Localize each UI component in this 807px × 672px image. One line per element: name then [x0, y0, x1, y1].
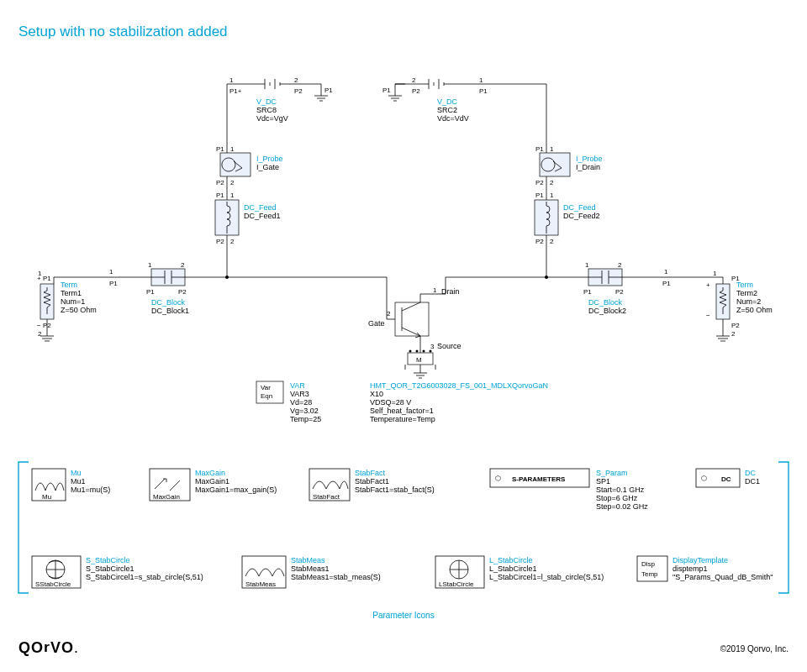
svg-text:DC_Block1: DC_Block1	[151, 307, 189, 315]
svg-text:LStabCircle: LStabCircle	[439, 580, 474, 588]
svg-text:S_StabCircle1: S_StabCircle1	[86, 564, 134, 573]
svg-text:2: 2	[38, 330, 42, 338]
svg-text:1: 1	[585, 261, 589, 269]
svg-text:DC1: DC1	[745, 477, 760, 486]
icon-lstab: LStabCircle L_StabCircle L_StabCircle1 L…	[434, 554, 627, 596]
svg-text:Mu1: Mu1	[71, 477, 86, 486]
svg-text:StabFact: StabFact	[355, 469, 386, 477]
svg-text:2: 2	[550, 179, 554, 186]
icon-maxgain: MaxGain MaxGain MaxGain1 MaxGain1=max_ga…	[148, 467, 308, 509]
svg-text:SRC8: SRC8	[256, 106, 277, 114]
i-probe-left: P11 I_Probe I_Gate	[216, 145, 283, 176]
svg-text:L_StabCircle: L_StabCircle	[489, 556, 533, 564]
svg-text:M: M	[416, 356, 422, 364]
svg-text:1: 1	[479, 76, 483, 84]
svg-rect-84	[395, 302, 429, 336]
svg-text:Num=1: Num=1	[61, 297, 85, 306]
svg-text:P1: P1	[662, 280, 671, 287]
svg-text:DC_Feed1: DC_Feed1	[244, 212, 281, 220]
svg-text:VDSQ=28 V: VDSQ=28 V	[370, 398, 411, 407]
term-left: + P1 − P2 1 2 Term Term1 Num=1 Z=50 Ohm	[37, 270, 97, 341]
svg-text:Temp=25: Temp=25	[290, 415, 321, 423]
svg-text:DC_Block2: DC_Block2	[588, 307, 626, 315]
svg-text:Vdc=VgV: Vdc=VgV	[256, 114, 288, 123]
svg-text:StabFact1=stab_fact(S): StabFact1=stab_fact(S)	[355, 486, 435, 494]
svg-text:Step=0.02 GHz: Step=0.02 GHz	[596, 502, 648, 511]
svg-text:⬡: ⬡	[495, 475, 501, 482]
svg-text:3: 3	[430, 343, 435, 350]
svg-text:MaxGain1: MaxGain1	[195, 477, 229, 486]
svg-text:1: 1	[230, 145, 235, 153]
svg-text:P2: P2	[731, 322, 740, 329]
svg-text:P1: P1	[583, 288, 592, 296]
svg-text:1: 1	[664, 268, 668, 276]
svg-text:DC_Feed2: DC_Feed2	[563, 212, 600, 220]
svg-text:Term: Term	[61, 281, 77, 289]
svg-text:StabMeas1: StabMeas1	[291, 564, 330, 573]
svg-text:−: −	[706, 312, 710, 319]
svg-text:S_StabCircel1=s_stab_circle(S,: S_StabCircel1=s_stab_circle(S,51)	[86, 573, 203, 581]
svg-text:2: 2	[412, 76, 416, 84]
svg-text:VAR: VAR	[290, 381, 305, 390]
svg-text:1: 1	[713, 270, 717, 277]
svg-text:2: 2	[618, 261, 622, 269]
svg-text:Z=50 Ohm: Z=50 Ohm	[736, 306, 773, 314]
svg-text:Num=2: Num=2	[736, 297, 761, 306]
svg-text:StabMeas: StabMeas	[245, 580, 276, 588]
svg-text:Source: Source	[437, 342, 462, 350]
svg-text:I_Drain: I_Drain	[576, 163, 600, 171]
svg-text:Gate: Gate	[368, 319, 385, 328]
bracket-left	[17, 460, 30, 595]
svg-text:Vd=28: Vd=28	[290, 398, 312, 407]
svg-text:V_DC: V_DC	[256, 97, 277, 106]
svg-text:P1: P1	[535, 145, 544, 153]
svg-text:DisplayTemplate: DisplayTemplate	[672, 556, 728, 564]
svg-text:StabMeas1=stab_meas(S): StabMeas1=stab_meas(S)	[291, 573, 381, 581]
svg-text:P1: P1	[479, 87, 488, 95]
svg-text:1: 1	[148, 261, 152, 269]
svg-text:Term2: Term2	[736, 289, 757, 297]
svg-text:Vg=3.02: Vg=3.02	[290, 407, 319, 415]
dc-block-left: 12 P1P2 DC_Block DC_Block1	[146, 261, 189, 315]
svg-text:MaxGain: MaxGain	[153, 493, 180, 501]
svg-point-95	[423, 350, 425, 353]
svg-text:StabFact1: StabFact1	[355, 477, 389, 486]
i-probe-right: P11 I_Probe I_Drain	[535, 145, 603, 176]
svg-text:Term1: Term1	[61, 289, 82, 297]
svg-text:2: 2	[731, 330, 736, 338]
svg-point-94	[416, 350, 419, 353]
svg-text:P1: P1	[146, 288, 155, 296]
svg-text:P1: P1	[216, 145, 224, 153]
icon-dc: ⬡ DC DC DC1	[694, 467, 787, 509]
svg-text:P2: P2	[294, 87, 303, 95]
svg-text:+: +	[706, 281, 710, 289]
svg-text:1: 1	[229, 76, 234, 84]
svg-text:1: 1	[433, 286, 437, 294]
svg-text:Disp: Disp	[641, 560, 656, 568]
svg-text:I_Probe: I_Probe	[256, 155, 283, 163]
vdc-right: 2P2 1P1 V_DC SRC2 Vdc=VdV	[405, 76, 546, 153]
svg-text:2: 2	[294, 76, 298, 84]
svg-text:S-PARAMETERS: S-PARAMETERS	[512, 475, 566, 483]
svg-text:StabMeas: StabMeas	[291, 556, 325, 564]
svg-text:Mu: Mu	[71, 469, 82, 477]
schematic-diagram: + P1 − P2 1 2 Term Term1 Num=1 Z=50 Ohm …	[25, 59, 782, 496]
svg-text:L_StabCircel1=l_stab_circle(S,: L_StabCircel1=l_stab_circle(S,51)	[489, 573, 604, 581]
svg-text:VAR3: VAR3	[290, 390, 309, 398]
svg-text:P1: P1	[216, 192, 224, 199]
svg-text:HMT_QOR_T2G6003028_FS_001_MDLX: HMT_QOR_T2G6003028_FS_001_MDLXQorvoGaN	[370, 381, 548, 390]
var-block: Var Eqn VAR VAR3 Vd=28 Vg=3.02 Temp=25	[256, 381, 321, 423]
copyright: ©2019 Qorvo, Inc.	[720, 644, 789, 654]
svg-text:P2: P2	[216, 238, 224, 245]
svg-text:Mu: Mu	[42, 493, 51, 501]
svg-text:StabFact: StabFact	[313, 493, 340, 501]
svg-text:MaxGain: MaxGain	[195, 469, 225, 477]
svg-text:2: 2	[550, 238, 554, 245]
transistor-params: HMT_QOR_T2G6003028_FS_001_MDLXQorvoGaN X…	[370, 381, 548, 423]
svg-text:DC: DC	[721, 475, 731, 483]
svg-text:V_DC: V_DC	[437, 97, 458, 106]
vdc-left: 2P2 V_DC SRC8 Vdc=VgV	[256, 76, 311, 123]
dc-feed-right: P11 DC_Feed DC_Feed2	[535, 192, 600, 235]
svg-text:1: 1	[550, 145, 554, 153]
parameter-icons-label: Parameter Icons	[372, 611, 434, 620]
